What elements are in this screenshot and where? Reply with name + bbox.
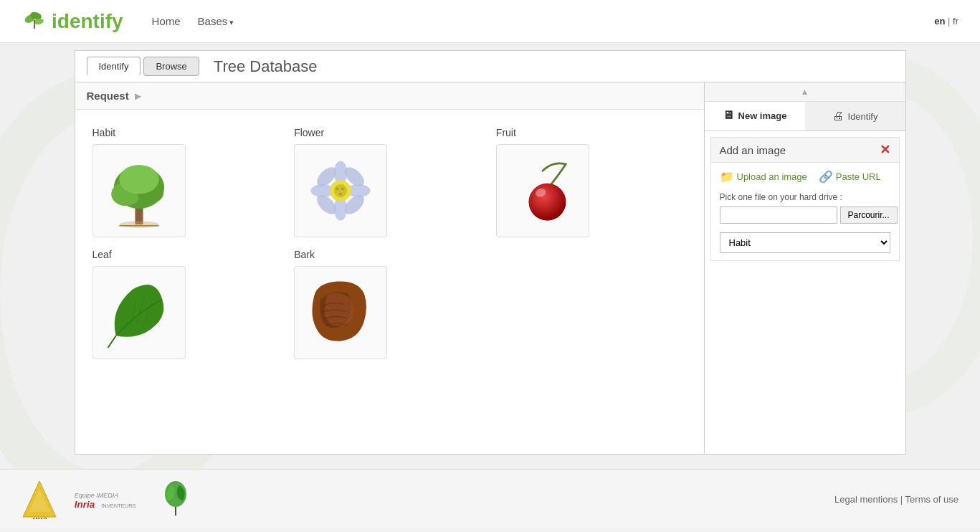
bark-svg <box>298 270 384 356</box>
page-title: Tree Database <box>214 57 318 76</box>
habit-image-box[interactable] <box>92 144 186 237</box>
leaf-label: Leaf <box>92 249 283 260</box>
organ-select[interactable]: Habit Flower Fruit Leaf Bark <box>720 232 890 253</box>
image-grid: Habit <box>75 110 704 376</box>
lang-switcher: en | fr <box>934 16 958 27</box>
leaf-cell: Leaf <box>87 243 289 365</box>
svg-point-21 <box>336 187 339 190</box>
footer-logos: AMAP Equipe IMEDIA Inria INVENTEURS DU M… <box>22 481 201 517</box>
svg-text:Inria: Inria <box>75 498 95 509</box>
inria-logo: Equipe IMEDIA Inria INVENTEURS DU MONDE … <box>72 481 136 517</box>
add-image-body: 📁 Upload an image 🔗 Paste URL Pick one f… <box>711 163 899 260</box>
svg-point-22 <box>341 187 344 190</box>
action-tabs: 🖥 New image 🖨 Identify <box>705 102 905 131</box>
habit-tree-svg <box>96 148 182 234</box>
fruit-label: Fruit <box>496 127 687 138</box>
amap-logo-svg: AMAP <box>22 480 57 519</box>
fruit-image-box[interactable] <box>496 144 589 237</box>
content-area: Request ▶ Habit <box>75 82 906 455</box>
tab-browse[interactable]: Browse <box>143 57 199 76</box>
left-panel: Request ▶ Habit <box>75 82 705 454</box>
new-image-tab[interactable]: 🖥 New image <box>705 102 805 130</box>
add-image-panel: Add an image ✕ 📁 Upload an image 🔗 Paste… <box>710 137 900 261</box>
footer: AMAP Equipe IMEDIA Inria INVENTEURS DU M… <box>0 469 980 528</box>
lang-en[interactable]: en <box>934 16 945 27</box>
main-wrapper: Identify Browse Tree Database Request ▶ … <box>60 43 920 462</box>
lang-separator: | <box>948 16 953 27</box>
bark-label: Bark <box>294 249 485 260</box>
bases-dropdown-icon <box>229 15 234 27</box>
leaf-image-box[interactable] <box>92 266 186 359</box>
fruit-cherry-svg <box>500 148 586 234</box>
bark-cell: Bark <box>288 243 490 365</box>
parcourir-button[interactable]: Parcourir... <box>840 206 898 224</box>
flower-image-box[interactable] <box>294 144 387 237</box>
svg-point-25 <box>528 184 566 221</box>
svg-point-23 <box>339 193 342 196</box>
svg-text:Equipe IMEDIA: Equipe IMEDIA <box>75 492 119 499</box>
logo-text: identify <box>52 10 123 33</box>
svg-text:INVENTEURS DU MONDE NUMÉRIQUE: INVENTEURS DU MONDE NUMÉRIQUE <box>101 502 136 508</box>
fruit-cell: Fruit <box>490 121 693 243</box>
tela-botanica-logo: Tela Botanica <box>151 481 201 517</box>
terms-of-use-link[interactable]: Terms of use <box>905 494 958 505</box>
file-input-row: Parcourir... <box>720 206 890 224</box>
svg-point-20 <box>334 184 347 197</box>
svg-point-8 <box>119 165 158 194</box>
link-icon: 🔗 <box>819 170 833 184</box>
header: identify Home Bases en | fr <box>0 0 980 43</box>
add-image-header: Add an image ✕ <box>711 138 899 163</box>
svg-text:Tela Botanica: Tela Botanica <box>160 518 192 519</box>
identify-icon: 🖨 <box>832 110 844 123</box>
tab-identify[interactable]: Identify <box>87 57 141 76</box>
section-header: Request ▶ <box>75 82 704 110</box>
nav-home[interactable]: Home <box>152 15 181 27</box>
file-path-input[interactable] <box>720 206 837 224</box>
close-add-image-button[interactable]: ✕ <box>880 143 890 156</box>
flower-svg <box>298 148 384 234</box>
legal-mentions-link[interactable]: Legal mentions <box>834 494 898 505</box>
habit-label: Habit <box>92 127 283 138</box>
amap-logo: AMAP <box>22 481 57 517</box>
upload-icon: 📁 <box>720 170 734 184</box>
monitor-icon: 🖥 <box>723 109 734 122</box>
upload-options-row: 📁 Upload an image 🔗 Paste URL <box>720 170 890 184</box>
main-nav: Home Bases <box>152 15 935 27</box>
inria-logo-svg: Equipe IMEDIA Inria INVENTEURS DU MONDE … <box>72 483 136 516</box>
section-arrow-icon: ▶ <box>135 91 141 101</box>
svg-text:AMAP: AMAP <box>32 517 47 519</box>
logo-icon <box>22 9 47 34</box>
svg-point-9 <box>119 221 158 227</box>
footer-link-separator: | <box>900 494 905 505</box>
lang-fr[interactable]: fr <box>953 16 958 27</box>
identify-tab[interactable]: 🖨 Identify <box>805 102 905 130</box>
nav-bases[interactable]: Bases <box>198 15 234 27</box>
footer-links: Legal mentions | Terms of use <box>834 494 958 505</box>
right-panel: ▲ 🖥 New image 🖨 Identify Add an image ✕ <box>705 82 905 454</box>
scroll-up-indicator[interactable]: ▲ <box>705 82 905 102</box>
paste-url-link[interactable]: 🔗 Paste URL <box>819 170 881 184</box>
bark-image-box[interactable] <box>294 266 387 359</box>
add-image-title: Add an image <box>720 144 786 156</box>
habit-cell: Habit <box>87 121 289 243</box>
section-title: Request <box>87 90 129 102</box>
flower-cell: Flower <box>288 121 490 243</box>
flower-label: Flower <box>294 127 485 138</box>
leaf-svg <box>96 270 182 356</box>
page-header: Identify Browse Tree Database <box>75 50 906 82</box>
logo[interactable]: identify <box>22 9 123 34</box>
upload-image-link[interactable]: 📁 Upload an image <box>720 170 807 184</box>
tela-botanica-svg: Tela Botanica <box>151 480 201 519</box>
file-label: Pick one file on your hard drive : <box>720 192 890 202</box>
